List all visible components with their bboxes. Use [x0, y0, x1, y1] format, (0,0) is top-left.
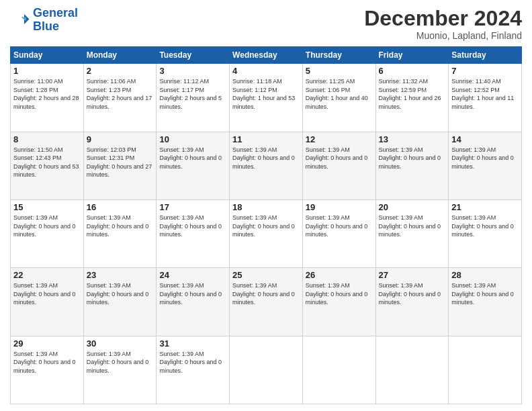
calendar-header-row: Sunday Monday Tuesday Wednesday Thursday… [11, 47, 522, 64]
table-row [375, 336, 449, 404]
day-number: 3 [159, 66, 226, 76]
day-number: 14 [451, 134, 519, 144]
day-number: 18 [232, 202, 300, 212]
day-number: 10 [159, 134, 226, 144]
table-row: 23Sunset: 1:39 AM Daylight: 0 hours and … [83, 268, 157, 336]
table-row: 6Sunrise: 11:32 AM Sunset: 12:59 PM Dayl… [375, 64, 449, 132]
table-row: 2Sunrise: 11:06 AM Sunset: 1:23 PM Dayli… [83, 64, 157, 132]
table-row: 27Sunset: 1:39 AM Daylight: 0 hours and … [375, 268, 449, 336]
day-info: Sunset: 1:39 AM Daylight: 0 hours and 0 … [159, 281, 226, 307]
col-friday: Friday [375, 47, 449, 64]
day-number: 8 [13, 134, 81, 144]
day-info: Sunset: 1:39 AM Daylight: 0 hours and 0 … [159, 146, 226, 171]
table-row: 14Sunset: 1:39 AM Daylight: 0 hours and … [449, 132, 522, 199]
day-number: 5 [306, 66, 373, 76]
day-number: 16 [87, 202, 154, 212]
day-number: 1 [13, 66, 81, 76]
table-row: 5Sunrise: 11:25 AM Sunset: 1:06 PM Dayli… [302, 64, 375, 132]
day-info: Sunset: 1:39 AM Daylight: 0 hours and 0 … [379, 146, 446, 171]
day-info: Sunset: 1:39 AM Daylight: 0 hours and 0 … [159, 350, 226, 375]
table-row: 11Sunset: 1:39 AM Daylight: 0 hours and … [230, 132, 303, 199]
table-row [302, 336, 375, 404]
day-info: Sunset: 1:39 AM Daylight: 0 hours and 0 … [379, 214, 446, 239]
day-info: Sunrise: 11:32 AM Sunset: 12:59 PM Dayli… [379, 77, 446, 111]
day-info: Sunset: 1:39 AM Daylight: 0 hours and 0 … [159, 214, 226, 239]
day-info: Sunrise: 11:50 AM Sunset: 12:43 PM Dayli… [13, 146, 81, 179]
calendar-week-row: 8Sunrise: 11:50 AM Sunset: 12:43 PM Dayl… [11, 132, 522, 199]
day-number: 31 [159, 338, 226, 349]
table-row: 13Sunset: 1:39 AM Daylight: 0 hours and … [375, 132, 449, 199]
table-row: 3Sunrise: 11:12 AM Sunset: 1:17 PM Dayli… [157, 64, 230, 132]
day-number: 29 [13, 338, 81, 349]
day-number: 12 [306, 134, 373, 144]
table-row: 29Sunset: 1:39 AM Daylight: 0 hours and … [11, 336, 84, 404]
day-number: 28 [451, 270, 519, 280]
day-info: Sunrise: 11:06 AM Sunset: 1:23 PM Daylig… [87, 77, 154, 111]
day-info: Sunrise: 11:12 AM Sunset: 1:17 PM Daylig… [159, 77, 226, 111]
day-number: 24 [159, 270, 226, 280]
day-info: Sunset: 1:39 AM Daylight: 0 hours and 0 … [306, 146, 373, 171]
day-number: 9 [87, 134, 154, 144]
table-row: 12Sunset: 1:39 AM Daylight: 0 hours and … [302, 132, 375, 199]
day-number: 15 [13, 202, 81, 212]
day-info: Sunset: 1:39 AM Daylight: 0 hours and 0 … [87, 281, 154, 307]
day-info: Sunset: 1:39 AM Daylight: 0 hours and 0 … [232, 281, 300, 307]
table-row: 4Sunrise: 11:18 AM Sunset: 1:12 PM Dayli… [230, 64, 303, 132]
calendar-week-row: 29Sunset: 1:39 AM Daylight: 0 hours and … [11, 336, 522, 404]
col-monday: Monday [83, 47, 157, 64]
month-title: December 2024 [364, 7, 522, 30]
table-row: 24Sunset: 1:39 AM Daylight: 0 hours and … [157, 268, 230, 336]
table-row: 31Sunset: 1:39 AM Daylight: 0 hours and … [157, 336, 230, 404]
day-number: 7 [451, 66, 519, 76]
day-number: 27 [379, 270, 446, 280]
day-info: Sunset: 1:39 AM Daylight: 0 hours and 0 … [451, 281, 519, 307]
day-number: 13 [379, 134, 446, 144]
day-number: 30 [87, 338, 154, 349]
calendar-week-row: 1Sunrise: 11:00 AM Sunset: 1:28 PM Dayli… [11, 64, 522, 132]
day-number: 20 [379, 202, 446, 212]
day-number: 11 [232, 134, 300, 144]
day-number: 4 [232, 66, 300, 76]
col-wednesday: Wednesday [230, 47, 303, 64]
day-number: 22 [13, 270, 81, 280]
day-number: 21 [451, 202, 519, 212]
day-info: Sunset: 1:39 AM Daylight: 0 hours and 0 … [13, 350, 81, 375]
table-row: 21Sunset: 1:39 AM Daylight: 0 hours and … [449, 199, 522, 267]
col-tuesday: Tuesday [157, 47, 230, 64]
logo-line1: General [33, 6, 78, 19]
day-info: Sunrise: 11:00 AM Sunset: 1:28 PM Daylig… [13, 77, 81, 111]
table-row: 26Sunset: 1:39 AM Daylight: 0 hours and … [302, 268, 375, 336]
table-row: 17Sunset: 1:39 AM Daylight: 0 hours and … [157, 199, 230, 267]
day-info: Sunset: 1:39 AM Daylight: 0 hours and 0 … [451, 146, 519, 171]
day-number: 2 [87, 66, 154, 76]
logo-text: General Blue [33, 7, 78, 34]
day-info: Sunset: 1:39 AM Daylight: 0 hours and 0 … [306, 281, 373, 307]
table-row: 9Sunrise: 12:03 PM Sunset: 12:31 PM Dayl… [83, 132, 157, 199]
day-info: Sunset: 1:39 AM Daylight: 0 hours and 0 … [87, 350, 154, 375]
day-info: Sunset: 1:39 AM Daylight: 0 hours and 0 … [13, 281, 81, 307]
page: General Blue December 2024 Muonio, Lapla… [0, 0, 532, 411]
table-row: 30Sunset: 1:39 AM Daylight: 0 hours and … [83, 336, 157, 404]
table-row [230, 336, 303, 404]
table-row: 28Sunset: 1:39 AM Daylight: 0 hours and … [449, 268, 522, 336]
day-number: 6 [379, 66, 446, 76]
table-row: 19Sunset: 1:39 AM Daylight: 0 hours and … [302, 199, 375, 267]
day-number: 26 [306, 270, 373, 280]
title-block: December 2024 Muonio, Lapland, Finland [364, 7, 522, 41]
day-info: Sunset: 1:39 AM Daylight: 0 hours and 0 … [232, 146, 300, 171]
location-subtitle: Muonio, Lapland, Finland [364, 30, 522, 41]
day-info: Sunset: 1:39 AM Daylight: 0 hours and 0 … [451, 214, 519, 239]
day-info: Sunset: 1:39 AM Daylight: 0 hours and 0 … [87, 214, 154, 239]
table-row: 1Sunrise: 11:00 AM Sunset: 1:28 PM Dayli… [11, 64, 84, 132]
day-number: 19 [306, 202, 373, 212]
table-row [449, 336, 522, 404]
calendar-table: Sunday Monday Tuesday Wednesday Thursday… [10, 46, 522, 404]
col-thursday: Thursday [302, 47, 375, 64]
day-info: Sunrise: 12:03 PM Sunset: 12:31 PM Dayli… [87, 146, 154, 179]
table-row: 22Sunset: 1:39 AM Daylight: 0 hours and … [11, 268, 84, 336]
day-info: Sunrise: 11:25 AM Sunset: 1:06 PM Daylig… [306, 77, 373, 111]
table-row: 7Sunrise: 11:40 AM Sunset: 12:52 PM Dayl… [449, 64, 522, 132]
col-sunday: Sunday [11, 47, 84, 64]
calendar-week-row: 15Sunset: 1:39 AM Daylight: 0 hours and … [11, 199, 522, 267]
logo-icon [10, 10, 30, 30]
